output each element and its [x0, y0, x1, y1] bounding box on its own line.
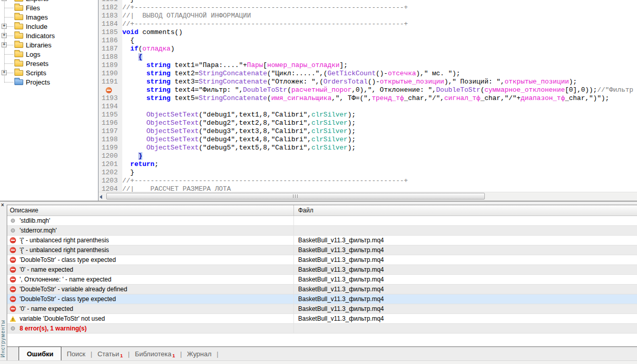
code-line[interactable]: 1190 string text2=StringConcatenate("Цик…: [99, 70, 637, 78]
code-line[interactable]: 1200 }: [99, 152, 637, 160]
error-icon: [10, 286, 16, 292]
expand-icon[interactable]: +: [2, 24, 7, 29]
error-row[interactable]: '{' - unbalanced right parenthesisBasket…: [7, 236, 637, 245]
error-description-cell: 'DoubleToStr' - class type expected: [7, 255, 294, 264]
sidebar-item-include[interactable]: +Include: [0, 22, 98, 31]
code-line[interactable]: 1189 string text1="Пара:...."+Пары[номер…: [99, 61, 637, 70]
error-row[interactable]: 'stderror.mqh': [7, 226, 637, 236]
tab-ошибки[interactable]: Ошибки: [19, 346, 61, 360]
code-line[interactable]: 1194: [99, 103, 637, 111]
expand-icon[interactable]: +: [2, 0, 7, 1]
code-line[interactable]: 1199 ObjectSetText("debug5",text5,8,"Cal…: [99, 144, 637, 152]
sidebar-item-projects[interactable]: Projects: [0, 77, 98, 87]
code-line[interactable]: 1197 ObjectSetText("debug3",text3,8,"Cal…: [99, 127, 637, 136]
column-header-file[interactable]: Файл: [294, 207, 637, 214]
line-number: 1187: [99, 45, 122, 53]
sidebar-item-logs[interactable]: Logs: [0, 49, 98, 59]
error-row[interactable]: ', Отклонение: ' - name expectedBasketBu…: [7, 275, 637, 285]
error-description-cell: '{' - unbalanced right parenthesis: [7, 245, 294, 255]
column-header-description[interactable]: Описание: [7, 205, 294, 216]
line-number: 1193: [99, 94, 122, 103]
sidebar-item-presets[interactable]: Presets: [0, 59, 98, 68]
code-line[interactable]: 1203//+---------------------------------…: [99, 177, 637, 185]
code-line[interactable]: 1201 return;: [99, 160, 637, 169]
error-file: BasketBull_v11.3_фильтр.mq4: [294, 295, 637, 303]
code-text: string text5=StringConcatenate(имя_сигна…: [122, 94, 609, 103]
error-row[interactable]: 'DoubleToStr' - variable already defined…: [7, 285, 637, 294]
row-icon-cell: [9, 219, 17, 223]
folder-icon: [14, 14, 23, 20]
code-line[interactable]: 1188 {: [99, 53, 637, 61]
scroll-left-arrow-icon[interactable]: [100, 194, 106, 200]
code-line[interactable]: string text4="Фильтр: ",DoubleToStr(расч…: [99, 86, 637, 94]
expand-icon[interactable]: +: [2, 42, 7, 47]
tab-журнал[interactable]: Журнал: [182, 347, 217, 360]
expand-icon[interactable]: +: [2, 70, 7, 75]
row-icon-cell: [9, 237, 17, 243]
sidebar-item-label: Files: [26, 4, 40, 12]
tab-count-badge: 1: [172, 353, 175, 358]
sidebar-item-label: Images: [26, 13, 48, 21]
error-file: BasketBull_v11.3_фильтр.mq4: [294, 266, 637, 273]
metaeditor-window: +ExpertsFilesImages+Include+Indicators+L…: [0, 0, 637, 364]
error-description-cell: 'stderror.mqh': [7, 226, 294, 235]
line-number: 1184: [99, 20, 122, 28]
code-line[interactable]: 1182//+---------------------------------…: [99, 4, 637, 12]
code-line[interactable]: 1184//+---------------------------------…: [99, 20, 637, 28]
code-line[interactable]: 1196 ObjectSetText("debug2",text2,8,"Cal…: [99, 119, 637, 127]
error-description: 'stderror.mqh': [20, 227, 57, 234]
code-line[interactable]: 1185void comments(): [99, 28, 637, 37]
error-file: BasketBull_v11.3_фильтр.mq4: [294, 246, 637, 254]
tab-поиск[interactable]: Поиск: [61, 347, 90, 360]
line-number: 1198: [99, 136, 122, 144]
sidebar-item-images[interactable]: Images: [0, 12, 98, 22]
code-line[interactable]: 1193 string text5=StringConcatenate(имя_…: [99, 94, 637, 103]
folder-icon: [14, 42, 23, 48]
code-editor[interactable]: 1181 }1182//+---------------------------…: [99, 0, 637, 201]
error-icon: [10, 276, 16, 283]
code-line[interactable]: 1202 }: [99, 169, 637, 177]
sidebar-item-libraries[interactable]: +Libraries: [0, 40, 98, 49]
info-circle-icon: [11, 326, 15, 330]
error-description: 'DoubleToStr' - variable already defined: [20, 286, 127, 293]
code-text: ObjectSetText("debug3",text3,8,"Calibri"…: [122, 127, 356, 136]
code-line[interactable]: 1181 }: [99, 0, 637, 4]
code-line[interactable]: 1198 ObjectSetText("debug4",text4,8,"Cal…: [99, 136, 637, 144]
error-description-cell: 8 error(s), 1 warning(s): [7, 324, 294, 333]
code-line[interactable]: 1195 ObjectSetText("debug1",text1,8,"Cal…: [99, 111, 637, 119]
close-icon[interactable]: ×: [1, 203, 4, 207]
error-row[interactable]: '0' - name expectedBasketBull_v11.3_филь…: [7, 265, 637, 275]
code-line[interactable]: 1186 {: [99, 37, 637, 45]
error-row[interactable]: 8 error(s), 1 warning(s): [7, 324, 637, 334]
code-line[interactable]: 1187 if(отладка): [99, 45, 637, 53]
editor-hscrollbar[interactable]: [99, 192, 637, 201]
code-text: }: [122, 152, 142, 160]
code-text: {: [122, 53, 142, 61]
hscrollbar-thumb[interactable]: [106, 193, 485, 200]
code-text: ObjectSetText("debug4",text4,8,"Calibri"…: [122, 136, 356, 144]
tab-библиотека[interactable]: Библиотека1: [129, 347, 180, 360]
code-text: if(отладка): [122, 45, 174, 53]
sidebar-item-label: Projects: [26, 78, 50, 86]
error-row[interactable]: '{' - unbalanced right parenthesisBasket…: [7, 245, 637, 255]
error-row[interactable]: 'DoubleToStr' - class type expectedBaske…: [7, 255, 637, 265]
error-row[interactable]: variable 'DoubleToStr' not usedBasketBul…: [7, 314, 637, 324]
error-row[interactable]: '0' - name expectedBasketBull_v11.3_филь…: [7, 304, 637, 314]
line-number: 1189: [99, 61, 122, 70]
error-row[interactable]: 'DoubleToStr' - class type expectedBaske…: [7, 294, 637, 304]
error-row[interactable]: 'stdlib.mqh': [7, 216, 637, 226]
sidebar-item-scripts[interactable]: +Scripts: [0, 68, 98, 77]
error-description-cell: 'stdlib.mqh': [7, 216, 294, 225]
code-line[interactable]: 1191 string text3=StringConcatenate("Отл…: [99, 78, 637, 86]
expand-icon[interactable]: +: [2, 33, 7, 38]
sidebar-item-files[interactable]: Files: [0, 3, 98, 12]
line-number: 1181: [99, 0, 122, 4]
code-line[interactable]: 1183//| ВЫВОД ОТЛАДОЧНОЙ ИНФОРМАЦИИ: [99, 12, 637, 20]
code-lines: 1181 }1182//+---------------------------…: [99, 0, 637, 193]
tab-статьи[interactable]: Статьи1: [92, 347, 128, 360]
row-icon-cell: [9, 306, 17, 312]
code-text: //+-------------------------------------…: [122, 177, 408, 185]
sidebar-item-indicators[interactable]: +Indicators: [0, 31, 98, 40]
navigator-file-tree[interactable]: +ExpertsFilesImages+Include+Indicators+L…: [0, 0, 99, 201]
code-text: string text1="Пара:...."+Пары[номер_пары…: [122, 61, 348, 70]
